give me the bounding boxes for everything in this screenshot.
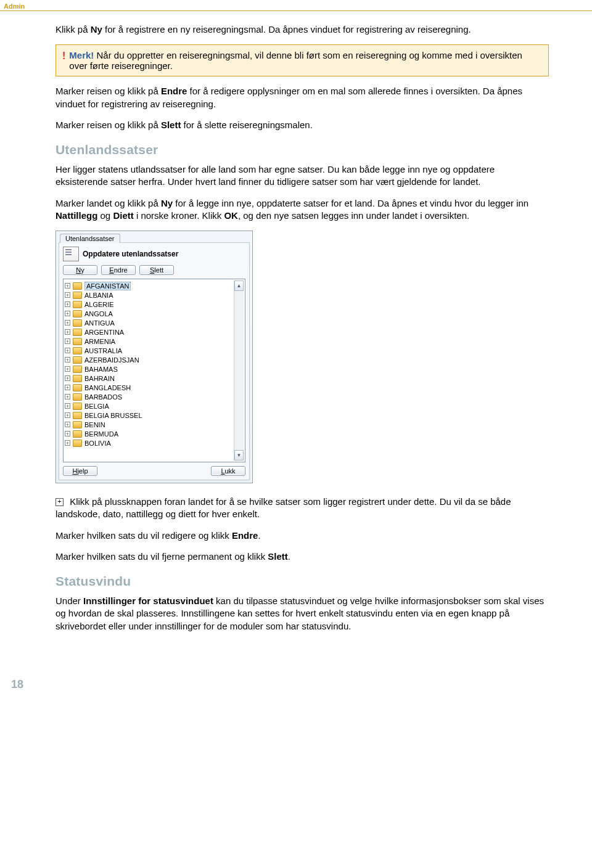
expand-icon[interactable]: + xyxy=(65,422,70,427)
warning-callout: ! Merk! Når du oppretter en reiseregning… xyxy=(56,44,549,76)
document-icon xyxy=(63,247,79,261)
text: Når du oppretter en reiseregningsmal, vi… xyxy=(69,50,522,71)
tree-item[interactable]: +ARGENTINA xyxy=(65,327,244,337)
expand-icon[interactable]: + xyxy=(65,329,70,335)
folder-icon xyxy=(73,292,82,299)
tree-item[interactable]: +AZERBAIDJSJAN xyxy=(65,355,244,364)
paragraph: Marker reisen og klikk på Slett for å sl… xyxy=(56,119,549,131)
expand-icon[interactable]: + xyxy=(65,385,70,390)
tree-item-label: ANTIGUA xyxy=(84,319,115,327)
tree-item[interactable]: +BAHRAIN xyxy=(65,374,244,383)
callout-title: Merk! xyxy=(69,50,94,60)
expand-icon[interactable]: + xyxy=(65,320,70,326)
folder-icon xyxy=(73,347,82,354)
expand-icon[interactable]: + xyxy=(65,348,70,353)
bold-text: OK xyxy=(224,210,238,221)
tree-item-label: BELGIA BRUSSEL xyxy=(84,412,142,419)
tree-item-label: BENIN xyxy=(84,421,105,428)
section-heading-utenlandssatser: Utenlandssatser xyxy=(56,142,549,157)
lukk-button[interactable]: Lukk xyxy=(211,466,245,476)
exclamation-icon: ! xyxy=(62,51,65,62)
text: for å slette reiseregningsmalen. xyxy=(181,120,312,130)
tree-item-label: BANGLADESH xyxy=(84,384,131,391)
expand-icon[interactable]: + xyxy=(65,412,70,418)
scroll-down-icon[interactable]: ▼ xyxy=(234,450,244,461)
tree-item[interactable]: +BELGIA BRUSSEL xyxy=(65,411,244,420)
folder-icon xyxy=(73,338,82,345)
bold-text: Innstillinger for statusvinduet xyxy=(83,596,213,606)
dialog-footer: Hjelp Lukk xyxy=(63,462,245,476)
folder-icon xyxy=(73,393,82,401)
tree-item[interactable]: +AFGANISTAN xyxy=(65,281,244,290)
page-number: 18 xyxy=(0,678,592,691)
text: . xyxy=(258,530,260,541)
tree-item[interactable]: +AUSTRALIA xyxy=(65,346,244,355)
tree-item[interactable]: +BANGLADESH xyxy=(65,383,244,392)
expand-icon[interactable]: + xyxy=(65,431,70,436)
folder-icon xyxy=(73,356,82,364)
tree-item[interactable]: +ALGERIE xyxy=(65,300,244,309)
folder-icon xyxy=(73,412,82,419)
text: Marker reisen og klikk på xyxy=(56,120,161,130)
text: Klikk på plussknappen foran landet for å… xyxy=(56,496,511,519)
expand-icon[interactable]: + xyxy=(65,292,70,298)
text: i norske kroner. Klikk xyxy=(134,210,224,221)
tree-item[interactable]: +ARMENIA xyxy=(65,337,244,346)
text: Marker hvilken sats du vil redigere og k… xyxy=(56,530,232,541)
plus-expand-icon: + xyxy=(56,498,64,506)
text: Marker hvilken sats du vil fjerne perman… xyxy=(56,551,268,562)
ny-button[interactable]: Ny xyxy=(63,265,97,275)
expand-icon[interactable]: + xyxy=(65,301,70,307)
expand-icon[interactable]: + xyxy=(65,338,70,344)
bold-text: Ny xyxy=(91,24,102,35)
expand-icon[interactable]: + xyxy=(65,311,70,316)
tree-item[interactable]: +ANTIGUA xyxy=(65,318,244,327)
paragraph: + Klikk på plussknappen foran landet for… xyxy=(56,496,549,521)
tree-item-label: AZERBAIDJSJAN xyxy=(84,356,139,364)
expand-icon[interactable]: + xyxy=(65,394,70,399)
bold-text: Endre xyxy=(232,530,258,541)
tree-item[interactable]: +BENIN xyxy=(65,420,244,429)
tree-item-label: BERMUDA xyxy=(84,430,118,438)
slett-button[interactable]: Slett xyxy=(139,265,174,275)
document-body: Klikk på Ny for å registrere en ny reise… xyxy=(0,11,592,653)
callout-body: Merk! Når du oppretter en reiseregningsm… xyxy=(69,50,542,71)
tree-item[interactable]: +BELGIA xyxy=(65,401,244,411)
tree-item[interactable]: +BERMUDA xyxy=(65,429,244,438)
tree-item[interactable]: +BOLIVIA xyxy=(65,438,244,448)
country-tree[interactable]: ▲ ▼ +AFGANISTAN+ALBANIA+ALGERIE+ANGOLA+A… xyxy=(63,279,245,462)
bold-text: Slett xyxy=(161,120,181,130)
expand-icon[interactable]: + xyxy=(65,283,70,289)
expand-icon[interactable]: + xyxy=(65,375,70,381)
hjelp-button[interactable]: Hjelp xyxy=(63,466,97,476)
tree-item[interactable]: +ALBANIA xyxy=(65,290,244,300)
folder-icon xyxy=(73,384,82,391)
tree-item-label: AFGANISTAN xyxy=(84,282,131,290)
dialog-tab[interactable]: Utenlandssatser xyxy=(60,234,120,243)
dialog-panel: Oppdatere utenlandssatser Ny Endre Slett… xyxy=(59,242,250,480)
dialog-header: Oppdatere utenlandssatser xyxy=(63,247,245,261)
text: for å registrere en ny reiseregningsmal.… xyxy=(102,24,471,35)
tree-item-label: BELGIA xyxy=(84,403,109,410)
expand-icon[interactable]: + xyxy=(65,440,70,446)
scroll-up-icon[interactable]: ▲ xyxy=(234,280,244,291)
tree-item[interactable]: +ANGOLA xyxy=(65,309,244,318)
paragraph: Marker hvilken sats du vil fjerne perman… xyxy=(56,551,549,563)
endre-button[interactable]: Endre xyxy=(101,265,136,275)
folder-icon xyxy=(73,366,82,373)
expand-icon[interactable]: + xyxy=(65,366,70,372)
text: Marker landet og klikk på xyxy=(56,198,161,208)
text: . xyxy=(288,551,290,562)
expand-icon[interactable]: + xyxy=(65,403,70,409)
tree-item-label: ARMENIA xyxy=(84,338,115,345)
tree-item-label: ALGERIE xyxy=(84,301,114,308)
tree-item[interactable]: +BARBADOS xyxy=(65,392,244,401)
scrollbar[interactable]: ▲ ▼ xyxy=(234,280,244,461)
bold-text: Nattillegg xyxy=(56,210,97,221)
tree-item[interactable]: +BAHAMAS xyxy=(65,364,244,374)
expand-icon[interactable]: + xyxy=(65,357,70,362)
dialog-title: Oppdatere utenlandssatser xyxy=(83,250,178,258)
tree-item-label: ALBANIA xyxy=(84,292,113,299)
tree-item-label: ARGENTINA xyxy=(84,329,124,336)
folder-icon xyxy=(73,319,82,327)
